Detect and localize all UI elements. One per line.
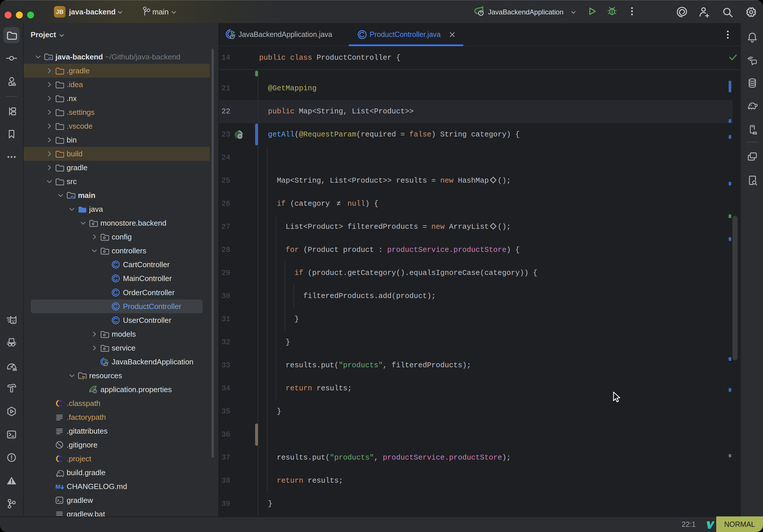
svg-text:M: M	[55, 483, 60, 490]
